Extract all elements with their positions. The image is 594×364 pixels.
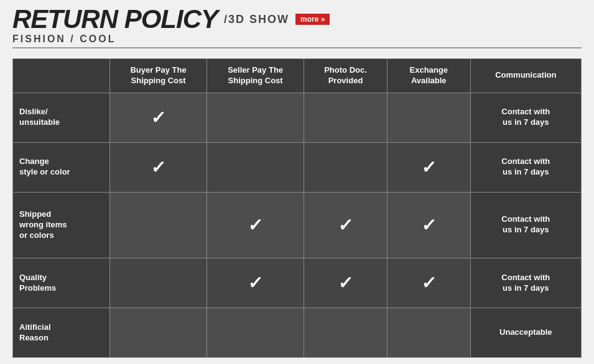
table-header-row: Buyer Pay TheShipping Cost Seller Pay Th… (13, 59, 582, 93)
checkmark-icon: ✓ (151, 107, 167, 128)
return-policy-table: Buyer Pay TheShipping Cost Seller Pay Th… (12, 58, 582, 358)
cell-exchange (387, 93, 470, 142)
reason-cell: Dislike/unsuitable (13, 93, 110, 142)
checkmark-icon: ✓ (420, 273, 437, 293)
col-header-photo: Photo Doc.Provided (304, 59, 387, 93)
page: RETURN POLICY /3D SHOW more » FISHION / … (0, 0, 594, 364)
cell-photo (304, 142, 387, 192)
cell-seller: ✓ (207, 192, 304, 258)
cell-photo: ✓ (304, 258, 387, 308)
cell-exchange (387, 308, 470, 358)
checkmark-icon: ✓ (338, 215, 354, 235)
header-subtitle: FISHION / COOL (12, 32, 582, 48)
comm-cell: Contact withus in 7 days (470, 258, 581, 308)
cell-seller (207, 308, 304, 358)
table-container: Buyer Pay TheShipping Cost Seller Pay Th… (0, 51, 594, 364)
page-title: RETURN POLICY (12, 6, 218, 32)
checkmark-icon: ✓ (420, 215, 437, 235)
cell-buyer (110, 258, 207, 308)
cell-photo (304, 308, 387, 358)
cell-buyer (110, 192, 207, 258)
reason-cell: AitificialReason (13, 308, 110, 358)
table-row: Changestyle or color✓✓Contact withus in … (13, 142, 582, 192)
table-row: QualityProblems✓✓✓Contact withus in 7 da… (13, 258, 582, 308)
header-top: RETURN POLICY /3D SHOW more » (12, 6, 582, 32)
cell-exchange: ✓ (387, 258, 470, 308)
cell-seller (207, 142, 304, 192)
cell-exchange: ✓ (387, 142, 470, 192)
cell-buyer (110, 308, 207, 358)
checkmark-icon: ✓ (151, 157, 167, 178)
checkmark-icon: ✓ (248, 215, 264, 235)
col-header-seller: Seller Pay TheShipping Cost (207, 59, 304, 93)
checkmark-icon: ✓ (248, 273, 264, 293)
comm-cell: Contact withus in 7 days (470, 142, 581, 192)
col-header-reason (13, 59, 110, 93)
header-3d-label: /3D SHOW (224, 13, 289, 26)
table-row: Dislike/unsuitable✓Contact withus in 7 d… (13, 93, 582, 142)
checkmark-icon: ✓ (338, 273, 354, 293)
comm-cell: Contact withus in 7 days (470, 93, 581, 142)
table-row: Shippedwrong itemsor colors✓✓✓Contact wi… (13, 192, 582, 258)
cell-seller: ✓ (207, 258, 304, 308)
reason-cell: Shippedwrong itemsor colors (13, 192, 110, 258)
reason-cell: Changestyle or color (13, 142, 110, 192)
reason-cell: QualityProblems (13, 258, 110, 308)
header: RETURN POLICY /3D SHOW more » FISHION / … (0, 0, 594, 51)
comm-cell: Contact withus in 7 days (470, 192, 581, 258)
more-button[interactable]: more » (295, 14, 330, 25)
col-header-comm: Communication (470, 59, 581, 93)
cell-buyer: ✓ (110, 142, 207, 192)
col-header-buyer: Buyer Pay TheShipping Cost (110, 59, 207, 93)
cell-buyer: ✓ (110, 93, 207, 142)
table-row: AitificialReasonUnacceptable (13, 308, 582, 358)
cell-exchange: ✓ (387, 192, 470, 258)
cell-photo (304, 93, 387, 142)
col-header-exchange: ExchangeAvailable (387, 59, 470, 93)
checkmark-icon: ✓ (420, 157, 437, 178)
cell-seller (207, 93, 304, 142)
cell-photo: ✓ (304, 192, 387, 258)
comm-cell: Unacceptable (470, 308, 581, 358)
